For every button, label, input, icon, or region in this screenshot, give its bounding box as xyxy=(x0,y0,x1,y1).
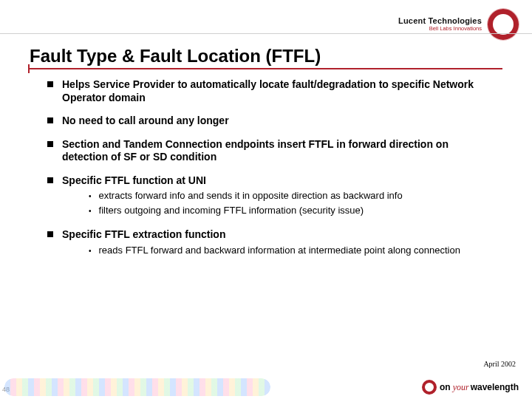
ring-logo-icon xyxy=(488,9,519,40)
bullet-text: Helps Service Provider to automatically … xyxy=(62,78,497,104)
ring-small-icon xyxy=(422,380,437,395)
footer-date: April 2002 xyxy=(483,360,516,368)
sub-bullet-item: • extracts forward info and sends it in … xyxy=(89,190,497,203)
sub-bullet-list: • extracts forward info and sends it in … xyxy=(89,190,497,218)
sub-bullet-item: • reads FTFL forward and backward inform… xyxy=(89,245,497,258)
mark-wavelength: wavelength xyxy=(471,382,519,392)
bullet-text: Specific FTFL extraction function xyxy=(62,228,225,242)
bullet-text: Section and Tandem Connection endpoints … xyxy=(62,138,497,164)
sub-bullet-text: filters outgoing and incoming FTFL infor… xyxy=(99,205,364,218)
square-bullet-icon xyxy=(47,117,53,123)
dot-bullet-icon: • xyxy=(89,245,92,258)
dot-bullet-icon: • xyxy=(89,190,92,203)
footer-mark: onyourwavelength xyxy=(422,380,519,395)
sub-bullet-list: • reads FTFL forward and backward inform… xyxy=(89,245,497,258)
sub-bullet-text: extracts forward info and sends it in op… xyxy=(99,190,403,203)
content-area: Helps Service Provider to automatically … xyxy=(47,78,497,268)
dot-bullet-icon: • xyxy=(89,205,92,218)
title-underline xyxy=(30,68,502,69)
wave-decoration-icon xyxy=(4,378,270,396)
bullet-text: Specific FTFL function at UNI xyxy=(62,174,206,188)
sub-bullet-item: • filters outgoing and incoming FTFL inf… xyxy=(89,205,497,218)
bullet-text: No need to call around any longer xyxy=(62,115,229,128)
top-divider xyxy=(0,33,532,34)
slide: Lucent Technologies Bell Labs Innovation… xyxy=(0,0,532,399)
brand-block: Lucent Technologies Bell Labs Innovation… xyxy=(398,9,519,40)
square-bullet-icon xyxy=(47,81,53,87)
bullet-item: Specific FTFL extraction function xyxy=(47,228,497,242)
footer-mark-text: onyourwavelength xyxy=(440,382,519,393)
bullet-item: No need to call around any longer xyxy=(47,115,497,128)
mark-your: your xyxy=(453,382,469,392)
square-bullet-icon xyxy=(47,231,53,237)
slide-title: Fault Type & Fault Location (FTFL) xyxy=(30,46,321,66)
bullet-item: Helps Service Provider to automatically … xyxy=(47,78,497,104)
sub-bullet-text: reads FTFL forward and backward informat… xyxy=(99,245,460,258)
mark-on: on xyxy=(440,382,451,392)
bullet-item: Section and Tandem Connection endpoints … xyxy=(47,138,497,164)
bullet-item: Specific FTFL function at UNI xyxy=(47,174,497,188)
square-bullet-icon xyxy=(47,177,53,183)
brand-text: Lucent Technologies Bell Labs Innovation… xyxy=(398,17,482,31)
brand-subtitle: Bell Labs Innovations xyxy=(398,26,482,32)
square-bullet-icon xyxy=(47,141,53,147)
